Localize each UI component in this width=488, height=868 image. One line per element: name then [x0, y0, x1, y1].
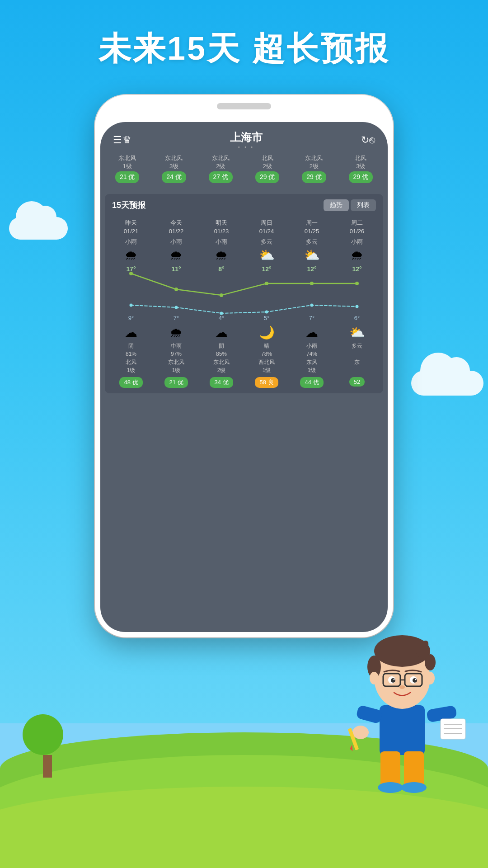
night-weather-icon: 🌧 [154, 325, 199, 340]
tree-trunk [43, 755, 52, 778]
forecast-title: 15天预报 [112, 200, 145, 211]
top-aqi-item: 东北风2级29 优 [291, 154, 336, 183]
day-weather-icon: 🌧 [108, 248, 154, 263]
night-weather-icon: ☁ [289, 325, 334, 340]
svg-point-1 [174, 288, 178, 291]
day-weather-icon: 🌧 [154, 248, 199, 263]
svg-point-5 [355, 282, 359, 285]
svg-rect-12 [380, 705, 425, 755]
tree-top [23, 714, 63, 755]
svg-point-26 [401, 782, 427, 793]
menu-icon[interactable]: ☰ [113, 134, 122, 146]
cloud-left [9, 217, 68, 240]
day-header: 明天01/23 [199, 217, 244, 238]
day-condition-text: 多云 [289, 238, 334, 246]
svg-marker-17 [349, 745, 354, 752]
svg-point-40 [394, 679, 395, 680]
hero-title: 未来15天 超长预报 [0, 27, 488, 71]
svg-point-11 [356, 305, 359, 308]
day-condition-text: 多云 [244, 238, 289, 246]
night-condition: 阴85%东北风2级 [199, 342, 244, 374]
cartoon-character [343, 624, 470, 805]
aqi-pill: 58 良 [255, 377, 278, 388]
temp-chart: 17°11°8°12°12°12° 9°7°4°5°7°6° [108, 264, 380, 323]
phone-frame: ☰ ♛ 上海市 • • • ↻ ⎋ 东北风1级21 优东北风3级24 优东北风2… [95, 95, 393, 637]
svg-point-25 [378, 782, 403, 793]
night-condition: 晴78%西北风1级 [244, 342, 289, 374]
top-aqi-item: 东北风3级24 优 [151, 154, 196, 183]
svg-point-31 [425, 654, 436, 670]
aqi-pill: 48 优 [119, 377, 142, 388]
day-weather-icon: 🌧 [334, 248, 380, 263]
bottom-aqi-cell: 52 [334, 377, 380, 388]
bottom-aqi-cell: 48 优 [108, 377, 154, 388]
weather-icons-night: ☁🌧☁🌙☁⛅ [105, 323, 383, 342]
day-weather-icon: ⛅ [244, 248, 289, 263]
weather-icons-day: 🌧🌧🌧⛅⛅🌧 [105, 246, 383, 264]
tree [27, 714, 68, 778]
refresh-icon[interactable]: ↻ [361, 134, 369, 146]
crown-icon[interactable]: ♛ [122, 134, 131, 146]
svg-point-0 [129, 272, 133, 275]
svg-point-4 [310, 282, 314, 285]
bottom-aqi-cell: 34 优 [199, 377, 244, 388]
bottom-aqi-cell: 44 优 [289, 377, 334, 388]
svg-rect-13 [356, 705, 383, 724]
top-aqi-item: 东北风2级27 优 [198, 154, 243, 183]
svg-point-10 [310, 303, 314, 307]
share-icon[interactable]: ⎋ [369, 134, 375, 146]
svg-point-6 [130, 303, 133, 307]
svg-point-8 [220, 311, 223, 315]
temp-chart-svg [108, 264, 380, 323]
forecast-tab[interactable]: 列表 [351, 199, 376, 211]
svg-point-2 [220, 293, 223, 297]
forecast-section: 15天预报 趋势列表 昨天01/21今天01/22明天01/23周日01/24周… [105, 194, 383, 393]
spacer [100, 188, 388, 191]
aqi-pill: 52 [349, 377, 365, 387]
svg-point-7 [175, 306, 178, 309]
top-aqi-item: 北风3级29 优 [338, 154, 383, 183]
city-name: 上海市 [131, 130, 361, 145]
day-header: 周二01/26 [334, 217, 380, 238]
svg-point-42 [399, 685, 405, 689]
city-area: 上海市 • • • [131, 130, 361, 150]
night-condition: 中雨97%东北风1级 [154, 342, 199, 374]
app-header: ☰ ♛ 上海市 • • • ↻ ⎋ [100, 122, 388, 153]
day-header: 周日01/24 [244, 217, 289, 238]
night-weather-icon: ☁ [199, 325, 244, 340]
svg-point-44 [426, 672, 435, 684]
day-condition-text: 小雨 [334, 238, 380, 246]
top-aqi-bar: 东北风1级21 优东北风3级24 优东北风2级27 优北风2级29 优东北风2级… [100, 153, 388, 188]
night-weather-icon: ⛅ [334, 325, 380, 340]
header-dots: • • • [131, 145, 361, 150]
day-conditions: 小雨小雨小雨多云多云小雨 [105, 238, 383, 246]
day-headers: 昨天01/21今天01/22明天01/23周日01/24周一01/25周二01/… [105, 217, 383, 238]
forecast-header: 15天预报 趋势列表 [105, 194, 383, 217]
day-weather-icon: 🌧 [199, 248, 244, 263]
aqi-pill: 21 优 [164, 377, 188, 388]
top-aqi-item: 北风2级29 优 [245, 154, 290, 183]
svg-point-38 [391, 678, 395, 683]
top-aqi-item: 东北风1级21 优 [105, 154, 150, 183]
day-condition-text: 小雨 [154, 238, 199, 246]
svg-point-39 [413, 678, 417, 683]
night-condition: 阴81%北风1级 [108, 342, 154, 374]
day-header: 昨天01/21 [108, 217, 154, 238]
day-condition-text: 小雨 [199, 238, 244, 246]
night-condition: 小雨74%东风1级 [289, 342, 334, 374]
day-header: 今天01/22 [154, 217, 199, 238]
hero-title-text: 未来15天 超长预报 [99, 30, 389, 66]
svg-point-41 [415, 679, 417, 680]
bottom-aqi-cell: 58 良 [244, 377, 289, 388]
bottom-aqi-cell: 21 优 [154, 377, 199, 388]
svg-point-15 [352, 726, 369, 739]
forecast-tab[interactable]: 趋势 [324, 199, 349, 211]
day-condition-text: 小雨 [108, 238, 154, 246]
night-weather-icon: ☁ [108, 325, 154, 340]
day-header: 周一01/25 [289, 217, 334, 238]
bottom-aqi-row: 48 优21 优34 优58 良44 优52 [105, 374, 383, 393]
svg-point-9 [265, 310, 268, 313]
aqi-pill: 44 优 [300, 377, 323, 388]
night-weather-icon: 🌙 [244, 325, 289, 340]
svg-point-3 [265, 282, 268, 285]
